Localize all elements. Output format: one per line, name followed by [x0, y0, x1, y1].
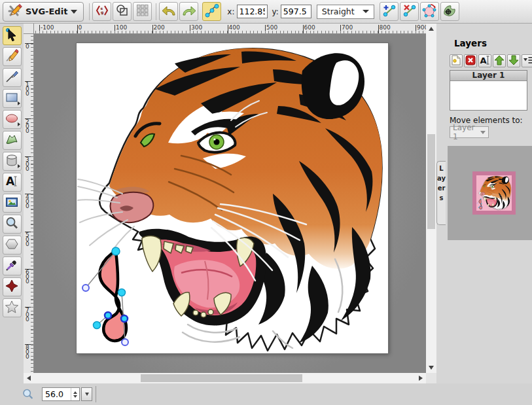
text-icon: A [5, 174, 19, 190]
y-coordinate-label: y: [272, 7, 279, 16]
connector-tool[interactable] [3, 277, 22, 296]
preview-box [448, 146, 532, 240]
image-tool[interactable] [3, 194, 22, 213]
undo-icon [161, 3, 177, 20]
redo-button[interactable] [179, 2, 198, 21]
ruler-label: 800 [380, 24, 391, 31]
move-elements-value: Layer 1 [453, 123, 480, 141]
ellipse-tool[interactable] [3, 110, 22, 129]
editor-preferences-button[interactable] [133, 2, 152, 21]
new-layer-icon [450, 54, 462, 68]
reorient-path-button[interactable] [440, 2, 459, 21]
segment-type-select[interactable]: Straight [317, 5, 374, 19]
redo-icon [181, 3, 197, 20]
artwork-thumbnail[interactable] [472, 171, 516, 215]
zoom-spinner[interactable] [71, 388, 79, 400]
shape-library-tool[interactable] [3, 152, 22, 171]
diamond-star-icon [5, 279, 19, 295]
layer-menu-button[interactable] [522, 54, 532, 67]
ruler-label: 4 0 0 [26, 195, 29, 209]
ruler-label: 500 [266, 24, 277, 31]
x-coordinate-input[interactable] [237, 5, 268, 18]
ruler-label: 8 0 0 [26, 345, 29, 359]
y-coordinate-input[interactable] [281, 5, 311, 18]
svg-text:A: A [480, 56, 487, 65]
pencil-icon [5, 48, 19, 65]
main-menu-button[interactable]: SVG-Edit [3, 2, 84, 22]
star-tool[interactable] [3, 298, 22, 317]
status-bar [0, 383, 532, 405]
left-toolbar: A [0, 24, 24, 405]
path-shape-icon [5, 132, 19, 149]
horizontal-scrollbar[interactable] [24, 373, 426, 383]
horizontal-scroll-thumb[interactable] [141, 374, 302, 382]
ruler-label: 400 [229, 24, 240, 31]
delete-node-button[interactable] [400, 2, 419, 21]
arrow-up-icon [493, 54, 505, 68]
chevron-down-icon [85, 393, 89, 396]
svg-edit-app: SVG-Edit s g [0, 0, 532, 405]
zoom-level-input[interactable] [43, 389, 71, 399]
scroll-up-button[interactable] [426, 24, 436, 34]
text-tool[interactable]: A [3, 173, 22, 192]
svg-canvas[interactable] [77, 43, 388, 353]
triangle-down-icon [429, 366, 434, 370]
ruler-label: 600 [304, 24, 315, 31]
delete-layer-button[interactable] [464, 54, 477, 67]
polygon-tool[interactable] [3, 236, 22, 255]
workspace[interactable] [34, 34, 426, 373]
vertical-scrollbar[interactable] [426, 24, 436, 373]
line-tool[interactable] [3, 68, 22, 87]
zoom-level-field [42, 387, 80, 401]
layer-buttons-row: A [450, 54, 532, 67]
layer-row-selected[interactable]: Layer 1 [450, 71, 527, 81]
vertical-scroll-thumb[interactable] [427, 134, 435, 229]
ruler-label: 200 [154, 24, 165, 31]
ruler-label: -100 [41, 24, 54, 31]
move-elements-select[interactable]: Layer 1 [450, 126, 489, 138]
top-ruler: -10001002003004005006007008009001000 [34, 24, 426, 34]
reorient-path-icon [442, 3, 457, 20]
new-layer-button[interactable] [450, 54, 463, 67]
svg-text:g: g [101, 10, 103, 15]
source-code-icon: s g [95, 3, 109, 20]
ruler-label: 6 0 0 [26, 270, 29, 284]
x-coordinate-label: x: [227, 7, 234, 16]
document-properties-button[interactable] [113, 2, 132, 21]
document-properties-icon [115, 3, 130, 20]
rectangle-tool[interactable] [3, 89, 22, 108]
cursor-arrow-icon [5, 27, 19, 44]
scroll-down-button[interactable] [426, 362, 436, 373]
path-tool[interactable] [3, 131, 22, 150]
move-layer-down-button[interactable] [507, 54, 520, 67]
source-code-button[interactable]: s g [92, 2, 111, 21]
eyedropper-tool[interactable] [3, 256, 22, 275]
rename-layer-button[interactable]: A [478, 54, 491, 67]
left-ruler: 01 0 02 0 03 0 04 0 05 0 06 0 07 0 08 0 … [24, 34, 34, 373]
add-node-icon [381, 3, 396, 20]
submenu-arrow-icon [18, 122, 20, 126]
delete-layer-icon [465, 54, 476, 68]
scroll-left-button[interactable] [24, 373, 34, 383]
zoom-tool[interactable] [3, 215, 22, 234]
ruler-label: 700 [342, 24, 353, 31]
svg-text:A: A [6, 175, 15, 188]
ruler-label: 900 [417, 24, 426, 31]
rename-layer-icon: A [479, 54, 491, 68]
ruler-label: 0 [26, 44, 29, 49]
tiger-thumbnail-art [476, 175, 512, 211]
undo-button[interactable] [159, 2, 178, 21]
layers-side-tab[interactable]: Layers [436, 161, 446, 225]
pencil-tool[interactable] [3, 47, 22, 66]
zoom-preset-dropdown[interactable] [81, 387, 92, 401]
ruler-label: 7 0 0 [26, 308, 29, 322]
move-layer-up-button[interactable] [493, 54, 506, 67]
add-node-button[interactable] [380, 2, 399, 21]
edit-node-mode-button[interactable] [202, 2, 221, 21]
layers-panel: Layers Layers [436, 24, 532, 405]
select-tool[interactable] [3, 26, 22, 45]
scroll-right-button[interactable] [416, 373, 426, 383]
magnifier-icon [5, 216, 19, 232]
open-path-button[interactable] [420, 2, 439, 21]
triangle-right-icon [419, 376, 423, 381]
